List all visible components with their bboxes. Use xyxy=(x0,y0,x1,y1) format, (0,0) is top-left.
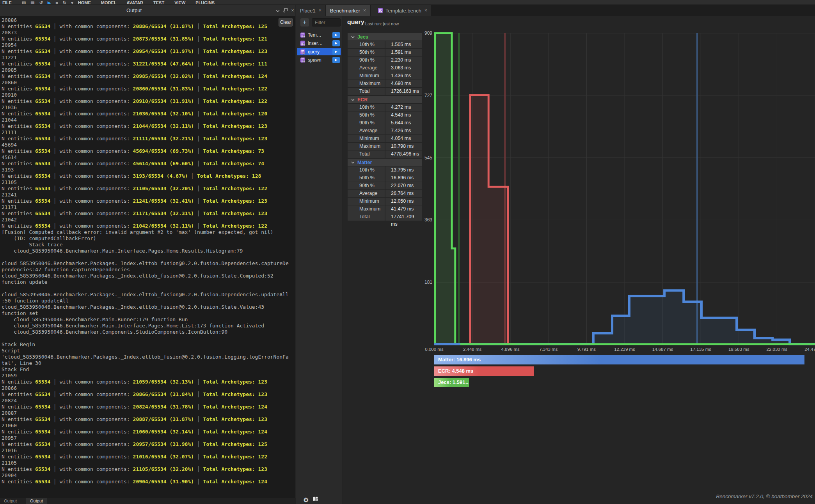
console-line: 20904 xyxy=(2,472,295,479)
console-line: N entities 65534 │ with common component… xyxy=(2,36,295,42)
chevron-down-icon[interactable] xyxy=(275,8,281,14)
bottom-tab-output[interactable]: Output xyxy=(26,498,47,504)
run-benchmark-button[interactable]: ▶ xyxy=(332,49,340,55)
console-line xyxy=(2,285,295,292)
stat-value: 7.426 ms xyxy=(385,127,422,134)
console-line: 21044 xyxy=(2,117,295,123)
settings-gear-icon[interactable]: ⚙ xyxy=(303,497,309,503)
console-line: N entities 65534 │ with common component… xyxy=(2,186,295,192)
studio-window: FILE▤▥↺▶■↻▾HOMEMODELAVATARTESTVIEWPLUGIN… xyxy=(0,0,815,504)
tab-template-bench[interactable]: Template.bench× xyxy=(371,5,431,16)
bottom-tab-output[interactable]: Output xyxy=(0,498,21,504)
document-tabbar: Place1×Benchmarker×Template.bench× xyxy=(296,5,815,16)
play-icon[interactable]: ▶ xyxy=(48,0,51,4)
paste-icon[interactable]: ▥ xyxy=(30,0,34,4)
undo-icon[interactable]: ↺ xyxy=(39,0,43,4)
menu-item-view[interactable]: VIEW xyxy=(174,0,185,4)
stats-row: 50th %16.896 ms xyxy=(348,174,422,182)
benchmark-list-panel: + ⚙ Tem…▶inser…▶query▶spawn▶ xyxy=(296,16,343,504)
stats-section-name: Matter xyxy=(357,160,372,165)
stat-label: 90th % xyxy=(348,57,385,64)
stat-value: 4.272 ms xyxy=(385,104,422,111)
benchmark-item-query[interactable]: query▶ xyxy=(297,48,341,55)
run-benchmark-button[interactable]: ▶ xyxy=(332,32,340,38)
stats-section-header-ecr[interactable]: ECR xyxy=(348,96,422,103)
menu-item-model[interactable]: MODEL xyxy=(101,0,117,4)
stat-label: Total xyxy=(348,150,385,158)
console-line xyxy=(2,254,295,260)
stat-label: 50th % xyxy=(348,174,385,182)
console-line: N entities 65534 │ with common component… xyxy=(2,23,295,30)
output-console[interactable]: 20886N entities 65534 │ with common comp… xyxy=(0,16,295,498)
script-icon xyxy=(300,57,305,63)
menu-item-home[interactable]: HOME xyxy=(78,0,91,4)
stats-section-header-jecs[interactable]: Jecs xyxy=(348,33,422,41)
stat-label: Maximum xyxy=(348,80,385,87)
console-line xyxy=(2,335,295,341)
tab-close-icon[interactable]: × xyxy=(363,8,366,13)
stat-label: Maximum xyxy=(348,143,385,150)
legend-bar-jecs: Jecs: 1.591… xyxy=(434,378,469,387)
stats-tables: Jecs10th %1.505 ms50th %1.591 ms90th %2.… xyxy=(348,33,422,221)
benchmark-item-inser[interactable]: inser…▶ xyxy=(297,40,341,47)
benchmark-item-label: inser… xyxy=(308,41,332,46)
console-line: N entities 65534 │ with common component… xyxy=(2,466,295,472)
stats-row: 90th %22.070 ms xyxy=(348,182,422,189)
stat-label: Average xyxy=(348,127,385,134)
close-icon[interactable]: × xyxy=(289,8,296,14)
stop-icon[interactable]: ■ xyxy=(55,0,58,4)
stat-value: 4.054 ms xyxy=(385,135,422,142)
y-tick-label: 363 xyxy=(424,217,432,223)
console-line: function update xyxy=(2,279,295,285)
console-line: (ID: computedCallbackError) xyxy=(2,235,295,242)
tab-close-icon[interactable]: × xyxy=(424,8,427,13)
stat-label: 90th % xyxy=(348,182,385,189)
stat-label: Maximum xyxy=(348,205,385,213)
menu-item-file[interactable]: FILE xyxy=(2,0,12,4)
console-line: 21060 xyxy=(2,423,295,429)
tab-place1[interactable]: Place1× xyxy=(296,5,325,16)
stats-row: Minimum4.054 ms xyxy=(348,135,422,142)
stat-label: Minimum xyxy=(348,135,385,142)
menu-bar: FILE▤▥↺▶■↻▾HOMEMODELAVATARTESTVIEWPLUGIN… xyxy=(0,0,815,4)
console-line: 21059 xyxy=(2,373,295,379)
benchmark-item-Tem[interactable]: Tem…▶ xyxy=(297,31,341,39)
clear-button[interactable]: Clear xyxy=(279,18,293,27)
console-line: 20957 xyxy=(2,435,295,441)
legend-bar-ecr: ECR: 4.548 ms xyxy=(434,366,534,376)
console-line: N entities 65534 │ with common component… xyxy=(2,479,295,485)
run-benchmark-button[interactable]: ▶ xyxy=(332,57,340,63)
caret-down-icon[interactable]: ▾ xyxy=(71,0,73,4)
console-line: N entities 65534 │ with common component… xyxy=(2,454,295,460)
stat-value: 13.795 ms xyxy=(385,166,422,174)
tab-close-icon[interactable]: × xyxy=(319,8,321,13)
stat-value: 1.591 ms xyxy=(385,49,422,56)
stats-section-matter: Matter10th %13.795 ms50th %16.896 ms90th… xyxy=(348,159,422,221)
console-line: N entities 65534 │ with common component… xyxy=(2,416,295,423)
stat-value: 10.798 ms xyxy=(385,143,422,150)
add-benchmark-button[interactable]: + xyxy=(300,18,309,27)
console-line: 20873 xyxy=(2,30,295,36)
open-log-icon[interactable] xyxy=(313,496,319,504)
menu-item-avatar[interactable]: AVATAR xyxy=(126,0,143,4)
stat-value: 22.070 ms xyxy=(385,182,422,189)
stats-row: Total4778.496 ms xyxy=(348,150,422,158)
benchmark-item-spawn[interactable]: spawn▶ xyxy=(297,57,341,64)
stat-value: 1.505 ms xyxy=(385,41,422,48)
x-tick-label: 2.448 ms xyxy=(463,347,482,352)
stats-row: 10th %1.505 ms xyxy=(348,41,422,48)
benchmark-item-label: spawn xyxy=(308,57,332,63)
menu-item-plugins[interactable]: PLUGINS xyxy=(195,0,215,4)
clipboard-icon[interactable]: ▤ xyxy=(22,0,26,4)
tab-benchmarker[interactable]: Benchmarker× xyxy=(326,5,370,16)
filter-input[interactable] xyxy=(312,18,341,27)
stats-section-header-matter[interactable]: Matter xyxy=(348,159,422,166)
output-panel-title: Output xyxy=(0,5,268,16)
stats-row: Maximum41.479 ms xyxy=(348,205,422,213)
menu-item-test[interactable]: TEST xyxy=(153,0,164,4)
stat-label: 90th % xyxy=(348,119,385,127)
run-benchmark-button[interactable]: ▶ xyxy=(332,40,340,46)
x-tick-label: 17.135 ms xyxy=(690,347,711,352)
float-panel-icon[interactable] xyxy=(282,8,289,14)
redo-icon[interactable]: ↻ xyxy=(63,0,66,4)
